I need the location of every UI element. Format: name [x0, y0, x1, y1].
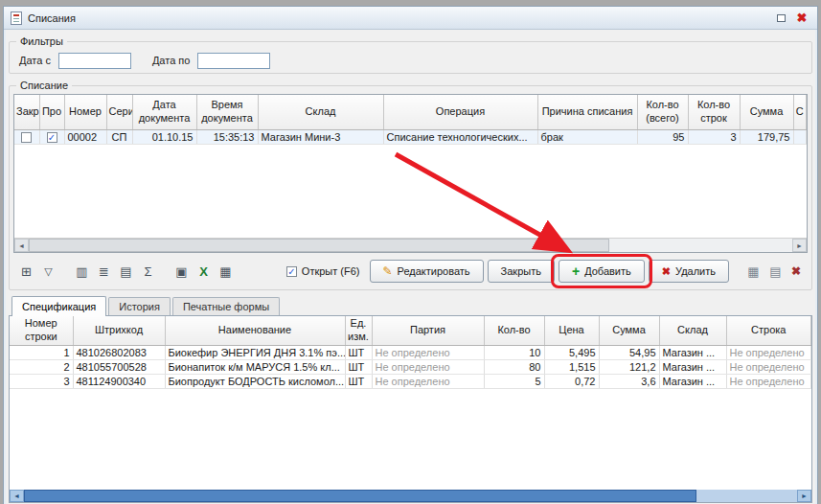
- col-row-status[interactable]: Строка: [726, 316, 811, 345]
- scroll-thumb[interactable]: [24, 490, 696, 502]
- cells-icon[interactable]: ▤: [117, 263, 135, 281]
- scroll-right-icon[interactable]: ►: [797, 490, 811, 502]
- cell-series: СП: [106, 129, 132, 145]
- columns-icon[interactable]: ▥: [73, 263, 91, 281]
- tab-print-forms[interactable]: Печатные формы: [172, 297, 280, 315]
- spec-row[interactable]: 1 481026802083 Биокефир ЭНЕРГИЯ ДНЯ 3.1%…: [10, 345, 811, 359]
- spec-row[interactable]: 3 481124900340 Биопродукт БОДРОСТЬ кисло…: [10, 374, 811, 388]
- posted-checkbox[interactable]: ✓: [47, 132, 57, 143]
- cell-warehouse: Магазин ...: [659, 345, 726, 359]
- col-reason[interactable]: Причина списания: [537, 95, 637, 129]
- writeoff-header-row: Закр Про Номер Сери Дата документа Время…: [14, 95, 807, 129]
- cell-line: 3: [10, 374, 73, 388]
- cell-sum: 121,2: [599, 359, 659, 374]
- close-icon: ✖: [797, 11, 808, 24]
- tab-specification[interactable]: Спецификация: [11, 296, 106, 316]
- writeoff-group: Списание Закр Про Номер: [9, 85, 812, 290]
- sigma-icon[interactable]: Σ: [139, 263, 157, 281]
- open-checkbox-label: Открыт (F6): [302, 265, 360, 277]
- cell-price: 5,495: [544, 345, 599, 359]
- excel-export-icon[interactable]: X: [194, 263, 213, 281]
- col-doc-date[interactable]: Дата документа: [132, 95, 196, 129]
- cell-qty: 80: [484, 359, 544, 374]
- date-to-input[interactable]: [197, 53, 270, 69]
- add-button-label: Добавить: [584, 265, 631, 277]
- col-unit[interactable]: Ед. изм.: [345, 316, 372, 345]
- add-button[interactable]: + Добавить: [559, 260, 645, 283]
- close-document-button[interactable]: Закрыть: [488, 260, 555, 283]
- cell-warehouse: Магазин ...: [659, 374, 726, 388]
- cell-sum: 54,95: [599, 345, 659, 359]
- filters-group: Фильтры Дата с Дата по: [9, 41, 812, 74]
- close-document-button-label: Закрыть: [501, 265, 541, 277]
- col-sum[interactable]: Сумма: [599, 316, 659, 345]
- writeoff-row[interactable]: ✓ 00002 СП 01.10.15 15:35:13 Магазин Мин…: [14, 129, 807, 145]
- delete-x-icon: ✖: [662, 265, 671, 277]
- spec-hscrollbar[interactable]: ◄ ►: [10, 490, 811, 502]
- rows-list-icon[interactable]: ≣: [95, 263, 113, 281]
- scroll-left-icon[interactable]: ◄: [14, 239, 29, 252]
- writeoff-table-frame: Закр Про Номер Сери Дата документа Время…: [13, 94, 808, 253]
- col-batch[interactable]: Партия: [372, 316, 484, 345]
- edit-button[interactable]: ✎ Редактировать: [370, 260, 484, 283]
- tab-history[interactable]: История: [108, 297, 171, 315]
- cell-row-status: Не определено: [726, 345, 811, 359]
- layout-cells-icon[interactable]: ▤: [766, 263, 785, 281]
- check-icon: ✓: [287, 266, 295, 277]
- layout-grid-icon[interactable]: ▦: [744, 263, 763, 281]
- col-qty[interactable]: Кол-во: [484, 316, 544, 345]
- cell-batch: Не определено: [372, 345, 484, 359]
- col-barcode[interactable]: Штрихкод: [73, 316, 165, 345]
- writeoff-table: Закр Про Номер Сери Дата документа Время…: [14, 95, 807, 145]
- col-posted[interactable]: Про: [39, 95, 64, 129]
- scroll-thumb[interactable]: [29, 239, 609, 252]
- specification-panel: Номер строки Штрихкод Наименование Ед. и…: [9, 315, 812, 503]
- cell-price: 1,515: [544, 359, 599, 374]
- cell-barcode: 481026802083: [73, 345, 165, 359]
- grid-view-icon[interactable]: ▦: [217, 263, 235, 281]
- spec-empty-area: [10, 389, 811, 491]
- scroll-track[interactable]: [29, 239, 792, 252]
- cell-row-status: Не определено: [726, 374, 811, 388]
- edit-button-label: Редактировать: [398, 265, 470, 277]
- col-name[interactable]: Наименование: [165, 316, 345, 345]
- spec-row[interactable]: 2 481055700528 Бионапиток к/м МАРУСЯ 1.5…: [10, 359, 811, 374]
- col-line-count[interactable]: Кол-во строк: [688, 95, 740, 129]
- cell-sum: 179,75: [740, 129, 793, 145]
- restore-button[interactable]: [773, 11, 788, 25]
- col-line-number[interactable]: Номер строки: [10, 316, 73, 345]
- filter-icon[interactable]: ▽: [39, 263, 57, 281]
- col-qty-total[interactable]: Кол-во (всего): [637, 95, 688, 129]
- col-sum[interactable]: Сумма: [740, 95, 793, 129]
- writeoffs-window: Списания ✖ Фильтры Дата с Дата по Списан…: [3, 6, 818, 504]
- open-checkbox[interactable]: ✓: [286, 266, 297, 277]
- col-warehouse[interactable]: Склад: [258, 95, 383, 129]
- date-from-input[interactable]: [58, 53, 131, 69]
- panel-close-icon[interactable]: ✖: [788, 264, 804, 278]
- cell-barcode: 481055700528: [73, 359, 165, 374]
- cell-warehouse: Магазин ...: [659, 359, 726, 374]
- window-title: Списания: [28, 12, 76, 24]
- specification-table: Номер строки Штрихкод Наименование Ед. и…: [10, 316, 811, 389]
- col-truncated[interactable]: С: [793, 95, 807, 129]
- add-table-icon[interactable]: ⊞: [17, 263, 35, 281]
- cell-qty-total: 95: [637, 129, 688, 145]
- scroll-right-icon[interactable]: ►: [792, 239, 807, 252]
- scroll-left-icon[interactable]: ◄: [10, 490, 24, 502]
- col-operation[interactable]: Операция: [383, 95, 537, 129]
- date-to-label: Дата по: [152, 55, 191, 66]
- cell-unit: ШТ: [345, 374, 372, 388]
- col-price[interactable]: Цена: [544, 316, 599, 345]
- col-doc-time[interactable]: Время документа: [196, 95, 258, 129]
- delete-button[interactable]: ✖ Удалить: [649, 260, 729, 283]
- close-button[interactable]: ✖: [794, 11, 810, 25]
- closed-checkbox[interactable]: [21, 132, 32, 143]
- scroll-track[interactable]: [24, 490, 797, 502]
- col-closed[interactable]: Закр: [14, 95, 39, 129]
- col-number[interactable]: Номер: [64, 95, 106, 129]
- col-series[interactable]: Сери: [106, 95, 132, 129]
- print-icon[interactable]: ▣: [172, 263, 191, 281]
- writeoff-hscrollbar[interactable]: ◄ ►: [14, 238, 807, 252]
- cell-barcode: 481124900340: [73, 374, 165, 388]
- col-warehouse[interactable]: Склад: [659, 316, 726, 345]
